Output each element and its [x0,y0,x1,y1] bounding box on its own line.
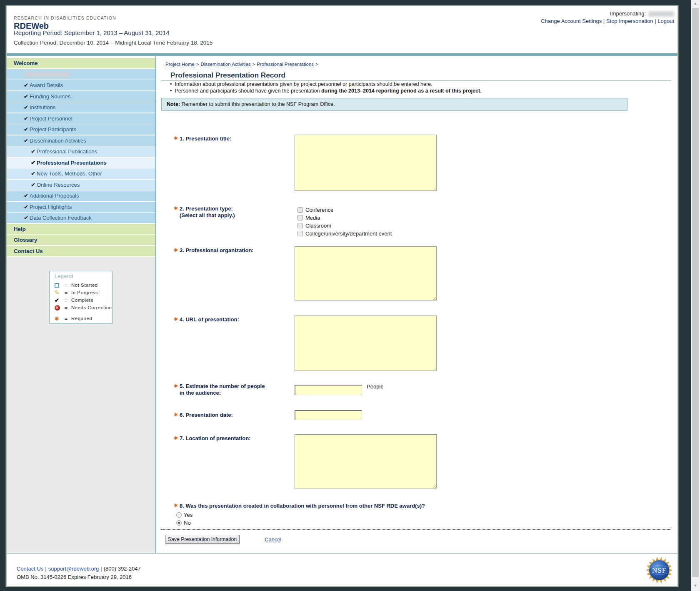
radio-icon-selected[interactable] [176,520,182,526]
change-account-settings-link[interactable]: Change Account Settings [541,18,602,24]
checkbox-icon[interactable] [298,223,303,228]
sidebar-item-data-collection-feedback[interactable]: ✔Data Collection Feedback [7,213,155,223]
complete-check-icon: ✔ [31,180,35,190]
professional-organization-textarea[interactable] [295,246,437,301]
svg-text:NSF: NSF [652,566,666,574]
radio-yes[interactable]: Yes [176,512,192,518]
required-icon: ✱ [174,503,178,508]
presentation-title-textarea[interactable] [295,135,437,191]
field2-label: 2. Presentation type: [180,205,233,212]
footer-phone: (800) 392-2047 [104,566,141,572]
breadcrumb-project-home[interactable]: Project Home [165,62,195,67]
logout-link[interactable]: Logout [658,18,674,24]
field6-label: 6. Presentation date: [180,412,233,418]
field5-label-line2: in the audience: [180,390,221,396]
footer-contact-line: Contact Us|support@rdeweb.org|(800) 392-… [17,566,141,572]
breadcrumb: Project Home>Dissemination Activities>Pr… [165,62,320,67]
sidebar-item-glossary[interactable]: Glossary [7,235,155,245]
required-icon: ✱ [174,412,178,418]
cancel-link[interactable]: Cancel [265,536,281,543]
complete-icon: ✔ [55,297,61,304]
complete-check-icon: ✔ [24,213,28,223]
stop-impersonation-link[interactable]: Stop Impersonation [606,18,653,24]
sidebar-item-project-participants[interactable]: ✔Project Participants [7,124,155,135]
separator: | [603,18,605,24]
field8-label: 8. Was this presentation created in coll… [180,503,425,509]
footer-contact-us-link[interactable]: Contact Us [17,566,43,572]
field4-label: 4. URL of presentation: [180,316,239,323]
note-box: Note: Remember to submit this presentati… [161,98,628,111]
sidebar-item-institutions[interactable]: ✔Institutions [7,102,155,113]
complete-check-icon: ✔ [24,202,28,212]
breadcrumb-professional-presentations[interactable]: Professional Presentations [257,62,314,67]
presentation-date-input[interactable] [295,410,362,420]
field5-label-line1: 5. Estimate the number of people [180,383,265,389]
people-suffix: People [367,383,383,390]
checkbox-conference[interactable]: Conference [298,207,333,213]
impersonated-user-blur [648,11,674,17]
resize-grip[interactable] [432,296,436,300]
reporting-period: Reporting Period: September 1, 2013 – Au… [14,29,170,36]
sidebar-item-project-highlights[interactable]: ✔Project Highlights [7,202,155,212]
scrollbar-up-arrow[interactable]: ▲ [691,1,700,5]
form-separator [161,529,671,530]
checkbox-icon[interactable] [298,231,303,236]
required-icon: ✱ [174,247,178,253]
sidebar-item-project-personnel[interactable]: ✔Project Personnel [7,113,155,124]
intro-bullets: •Information about professional presenta… [170,81,482,94]
nsf-logo: NSF [646,557,672,583]
project-number-blur [25,72,70,77]
sidebar-item-funding-sources[interactable]: ✔Funding Sources [7,91,155,102]
sidebar-item-contact-us[interactable]: Contact Us [7,246,155,256]
header-divider [7,53,678,56]
not-started-icon [55,283,59,288]
resize-grip[interactable] [432,186,436,190]
required-icon: ✱ [174,135,178,141]
sidebar-item-online-resources[interactable]: ✔Online Resources [7,180,155,190]
sidebar-item-project-number[interactable] [7,69,155,80]
page-title: Professional Presentation Record [170,71,285,80]
sidebar-item-welcome[interactable]: Welcome [7,58,155,68]
collection-period: Collection Period: December 10, 2014 – M… [14,40,212,46]
complete-check-icon: ✔ [31,158,35,168]
sidebar-item-help[interactable]: Help [7,224,155,234]
agency-name: RESEARCH IN DISABILITIES EDUCATION [14,15,116,20]
footer-email-link[interactable]: support@rdeweb.org [48,566,99,572]
complete-check-icon: ✔ [24,124,28,135]
audience-count-input[interactable] [295,385,362,395]
sidebar-item-award-details[interactable]: ✔Award Details [7,80,155,90]
legend-title: Legend [55,273,73,279]
checkbox-media[interactable]: Media [298,215,320,221]
title-underline [161,80,671,81]
checkbox-college-event[interactable]: College/university/department event [298,230,392,237]
sidebar-item-new-tools-methods-other[interactable]: ✔New Tools, Methods, Other [7,168,155,179]
field2-sublabel: (Select all that apply.) [180,212,235,218]
sidebar-item-dissemination-activities[interactable]: ✔Dissemination Activities [7,135,155,146]
checkbox-icon[interactable] [298,215,303,220]
resize-grip[interactable] [432,366,436,370]
complete-check-icon: ✔ [24,135,28,146]
legend-box: Legend = Not Started ✎ = In Progress ✔ =… [49,271,112,324]
presentation-location-textarea[interactable] [295,434,437,488]
footer-omb: OMB No. 3145-0226 Expires February 29, 2… [17,574,132,580]
complete-check-icon: ✔ [24,91,28,102]
checkbox-classroom[interactable]: Classroom [298,223,331,229]
sidebar-item-professional-presentations[interactable]: ✔Professional Presentations [7,158,155,168]
radio-no[interactable]: No [176,520,191,526]
radio-icon[interactable] [176,512,182,518]
complete-check-icon: ✔ [24,80,28,90]
complete-check-icon: ✔ [31,168,35,179]
required-icon: ✱ [174,435,178,441]
scrollbar-thumb[interactable] [692,8,699,577]
field1-label: 1. Presentation title: [180,135,231,142]
checkbox-icon[interactable] [298,207,303,213]
presentation-url-textarea[interactable] [295,316,437,371]
scrollbar[interactable]: ▲ ▼ [691,0,700,591]
breadcrumb-dissemination-activities[interactable]: Dissemination Activities [200,62,250,67]
resize-grip[interactable] [432,483,436,488]
scrollbar-down-arrow[interactable]: ▼ [691,583,700,588]
sidebar-item-professional-publications[interactable]: ✔Professional Publications [7,146,155,157]
sidebar-item-additional-proposals[interactable]: ✔Additional Proposals [7,190,155,201]
save-presentation-button[interactable]: Save Presentation Information [165,535,240,544]
content-footer-divider [7,553,678,553]
